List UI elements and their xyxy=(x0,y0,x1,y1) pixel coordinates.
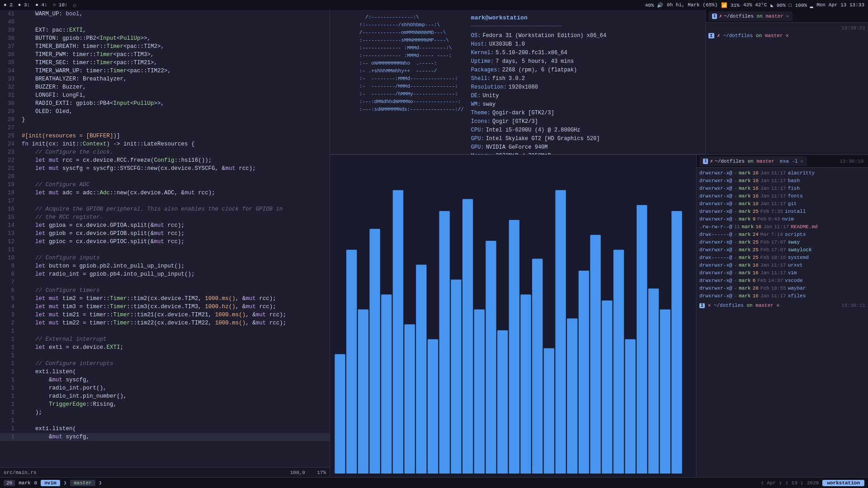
terminal-top-panel: I ✗ ~/dotfiles on master ✕ 13:28:22 I ✗ … xyxy=(705,10,868,155)
code-line-15: 25#[init(resources = [BUFFER])] xyxy=(0,132,330,140)
topbar-workspace-3[interactable]: ● 4: xyxy=(35,2,47,8)
chart-bar xyxy=(416,265,426,474)
line-number: 16 xyxy=(0,205,18,213)
terminal-top-content[interactable]: 13:28:22 I ✗ ~/dotfiles on master ✕ xyxy=(706,23,868,41)
line-number: 3 xyxy=(0,311,18,319)
code-line-31: 9 let button = gpiob.pb2.into_pull_up_in… xyxy=(0,262,330,270)
topbar-workspace-4[interactable]: ○ 10: xyxy=(53,2,68,8)
line-content: RADIO_EXTI: gpiob::PB4<Input<PullUp>>, xyxy=(18,99,330,108)
code-line-5: 36 TIMER_PWM: timer::Timer<pac::TIM3>, xyxy=(0,51,330,59)
line-content xyxy=(18,246,330,254)
terminal-right-content[interactable]: drwxrwxr-x@ - mark 16 Jan 11:17 alacritt… xyxy=(697,168,868,477)
chart-bar xyxy=(637,205,647,474)
chart-bar xyxy=(369,229,380,474)
line-content: WARM_UP: bool, xyxy=(18,10,330,18)
chart-bar xyxy=(544,348,554,474)
line-number: 1 xyxy=(0,384,18,392)
topbar-left: ● 2 ● 3: ● 4: ○ 10: ◌ xyxy=(4,2,76,8)
terminal-right-shell-icon: ✗ xyxy=(710,158,713,164)
editor-panel: 41 WARM_UP: bool,4039 EXT: pac::EXTI,38 … xyxy=(0,10,330,477)
chart-bar xyxy=(590,235,600,474)
chart-area xyxy=(330,155,696,477)
list-item: drwx------@ - mark 24 Mar 7:16 scripts xyxy=(699,231,865,239)
topbar-greeting: 0h hi, Mark (65%) xyxy=(667,2,717,8)
line-number: 5 xyxy=(0,295,18,303)
code-line-41: 1 let exti = cx.device.EXTI; xyxy=(0,343,330,352)
chart-bar xyxy=(346,250,357,474)
editor-position: 100,9 17% xyxy=(290,470,326,475)
line-content: let mut adc = adc::Adc::new(cx.device.AD… xyxy=(18,189,330,197)
chart-bar xyxy=(439,211,450,474)
code-line-23: 17 xyxy=(0,197,330,205)
code-line-3: 38 BUTTON: gpiob::PB2<Input<PullUp>>, xyxy=(0,34,330,42)
file-perm: drwxrwxr-x@ xyxy=(699,208,732,216)
file-perm: drwx------@ xyxy=(699,231,732,239)
file-perm: drwxrwxr-x@ xyxy=(699,185,732,192)
line-content: // Configure timers xyxy=(18,286,330,295)
line-number: 10 xyxy=(0,254,18,262)
file-perm: drwx------@ xyxy=(699,254,732,262)
terminal-right-tab[interactable]: I ✗ ~/dotfiles on master exa -l ✕ xyxy=(699,156,807,166)
chart-bar xyxy=(497,330,508,474)
code-line-33: 7 xyxy=(0,278,330,286)
code-line-45: 1 &mut syscfg, xyxy=(0,376,330,384)
topbar-workspace-1[interactable]: ● 2 xyxy=(4,2,13,8)
code-line-17: 23 // Configure the clock. xyxy=(0,148,330,156)
chart-bar xyxy=(520,295,531,474)
topbar-volume: 40% 🔊 xyxy=(645,2,663,8)
code-line-42: 1 xyxy=(0,352,330,360)
line-content xyxy=(18,278,330,286)
line-content: BREATHALYZER: Breathalyzer, xyxy=(18,75,330,83)
line-content: BUTTON: gpiob::PB2<Input<PullUp>>, xyxy=(18,34,330,42)
chart-bar xyxy=(474,310,485,474)
line-number: 6 xyxy=(0,286,18,295)
line-content: radio_int.pin_number(), xyxy=(18,392,330,400)
topbar: ● 2 ● 3: ● 4: ○ 10: ◌ 40% 🔊 0h hi, Mark … xyxy=(0,0,868,10)
file-name: vim xyxy=(788,269,797,277)
list-item: drwxrwxr-x@ - mark 25 Feb 17:07 sway xyxy=(699,239,865,246)
line-number: 1 xyxy=(0,360,18,368)
code-line-29: 11 xyxy=(0,246,330,254)
code-line-7: 34 TIMER_WARM_UP: timer::Timer<pac::TIM2… xyxy=(0,67,330,75)
code-line-19: 21 let mut syscfg = syscfg::SYSCFG::new(… xyxy=(0,164,330,173)
terminal-right-close[interactable]: ✕ xyxy=(801,159,803,164)
list-item: drwxrwxr-x@ - mark 6 Feb 14:37 vscode xyxy=(699,277,865,285)
terminal-top-output: I ✗ ~/dotfiles on master ✕ xyxy=(708,32,865,39)
terminal-right-tabbar: I ✗ ~/dotfiles on master exa -l ✕ 13:30:… xyxy=(697,155,868,168)
terminal-right-prompt-line: I ✕ ~/dotfiles on master ✕ 13:30:11 xyxy=(699,302,865,310)
topbar-workspace-2[interactable]: ● 3: xyxy=(18,2,30,8)
terminal-top-tab[interactable]: I ✗ ~/dotfiles on master ✕ xyxy=(708,11,793,21)
chart-bar xyxy=(404,324,415,474)
line-number: 1 xyxy=(0,400,18,408)
topbar-disk: ◣ 90% □ xyxy=(771,2,792,8)
code-line-2: 39 EXT: pac::EXTI, xyxy=(0,26,330,34)
chart-bar xyxy=(613,250,624,474)
file-name: git xyxy=(788,200,797,208)
file-name: README.md xyxy=(791,223,817,231)
bb-right: ❬ Apr ❭ ❬ 13 ❭ 2020 workstation xyxy=(761,480,864,486)
code-line-18: 22 let mut rcc = cx.device.RCC.freeze(Co… xyxy=(0,156,330,164)
terminal-top-close[interactable]: ✕ xyxy=(786,14,789,19)
line-number: 1 xyxy=(0,376,18,384)
code-line-28: 12 let gpioc = cx.device.GPIOC.split(&mu… xyxy=(0,238,330,246)
line-number: 23 xyxy=(0,148,18,156)
bb-workstation: workstation xyxy=(822,480,864,486)
terminal-right-path: ~/dotfiles on master xyxy=(715,159,774,164)
line-number: 24 xyxy=(0,140,18,148)
code-line-6: 35 TIMER_SEC: timer::Timer<pac::TIM21>, xyxy=(0,59,330,67)
line-number: 30 xyxy=(0,99,18,108)
line-content xyxy=(18,173,330,181)
line-content: // Configure the clock. xyxy=(18,148,330,156)
list-item: drwxrwxr-x@ - mark 16 Jan 11:17 urxvt xyxy=(699,262,865,269)
line-content: LONGFI: LongFi, xyxy=(18,91,330,99)
bb-tool: nvim xyxy=(41,480,60,486)
line-content: #[init(resources = [BUFFER])] xyxy=(18,132,330,140)
line-content xyxy=(18,124,330,132)
file-perm: drwxrwxr-x@ xyxy=(699,169,732,177)
file-name: fonts xyxy=(788,192,803,200)
line-number: 18 xyxy=(0,189,18,197)
line-number: 40 xyxy=(0,18,18,26)
terminal-right-panel: I ✗ ~/dotfiles on master exa -l ✕ 13:30:… xyxy=(696,155,868,477)
line-number: 41 xyxy=(0,10,18,18)
editor-content[interactable]: 41 WARM_UP: bool,4039 EXT: pac::EXTI,38 … xyxy=(0,10,330,467)
